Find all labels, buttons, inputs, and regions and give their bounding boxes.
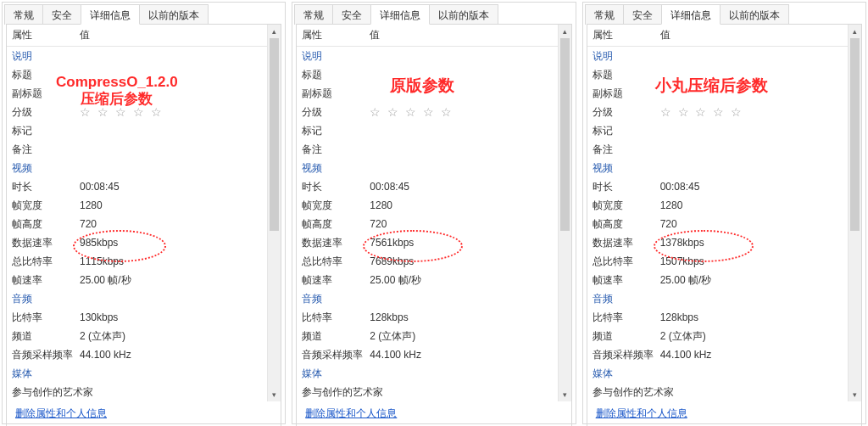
- section-video: 视频: [302, 160, 370, 176]
- header-value: 值: [660, 28, 856, 42]
- tab-bar: 常规 安全 详细信息 以前的版本: [294, 4, 575, 25]
- scroll-track[interactable]: [559, 38, 571, 388]
- rating-stars[interactable]: ☆ ☆ ☆ ☆ ☆: [370, 104, 565, 120]
- rating-stars[interactable]: ☆ ☆ ☆ ☆ ☆: [80, 104, 275, 120]
- label-title: 标题: [302, 67, 370, 82]
- scroll-thumb[interactable]: [560, 38, 570, 231]
- value-totalbitrate: 1507kbps: [660, 254, 856, 269]
- label-width: 帧宽度: [12, 198, 80, 213]
- label-tags: 标记: [12, 123, 80, 138]
- tab-previous[interactable]: 以前的版本: [720, 4, 789, 25]
- value-samplerate: 44.100 kHz: [80, 347, 275, 362]
- section-media: 媒体: [302, 366, 370, 381]
- scroll-thumb[interactable]: [270, 38, 279, 231]
- label-framerate: 帧速率: [12, 272, 80, 288]
- value-samplerate: 44.100 kHz: [660, 347, 856, 362]
- scroll-up-arrow-icon[interactable]: ▴: [559, 25, 571, 38]
- label-channels: 频道: [593, 328, 660, 344]
- value-framerate: 25.00 帧/秒: [370, 272, 565, 288]
- label-height: 帧高度: [12, 216, 80, 232]
- column-header: 属性 值: [7, 25, 281, 47]
- remove-properties-link[interactable]: 删除属性和个人信息: [596, 407, 687, 419]
- label-height: 帧高度: [593, 216, 660, 232]
- vertical-scrollbar[interactable]: ▴ ▾: [848, 25, 861, 401]
- label-subtitle: 副标题: [302, 86, 370, 101]
- remove-properties-link[interactable]: 删除属性和个人信息: [305, 407, 397, 419]
- label-tags: 标记: [593, 123, 660, 138]
- tab-security[interactable]: 安全: [332, 4, 371, 25]
- label-artists: 参与创作的艺术家: [593, 384, 703, 400]
- label-datarate: 数据速率: [12, 235, 80, 250]
- tab-previous[interactable]: 以前的版本: [429, 4, 498, 25]
- label-height: 帧高度: [302, 216, 370, 232]
- scroll-down-arrow-icon[interactable]: ▾: [268, 388, 281, 401]
- section-audio: 音频: [302, 291, 370, 306]
- tab-details[interactable]: 详细信息: [81, 4, 140, 25]
- value-datarate: 7561kbps: [370, 235, 565, 250]
- value-width: 1280: [370, 198, 565, 213]
- header-property: 属性: [302, 28, 370, 42]
- label-datarate: 数据速率: [593, 235, 660, 250]
- section-media: 媒体: [593, 366, 660, 381]
- value-width: 1280: [80, 198, 275, 213]
- section-audio: 音频: [12, 291, 80, 306]
- label-rating: 分级: [593, 104, 660, 120]
- scroll-down-arrow-icon[interactable]: ▾: [849, 388, 861, 401]
- label-channels: 频道: [12, 328, 80, 344]
- value-height: 720: [660, 216, 856, 232]
- label-duration: 时长: [12, 179, 80, 194]
- label-duration: 时长: [302, 179, 370, 194]
- value-bitrate: 128kbps: [660, 310, 856, 325]
- label-bitrate: 比特率: [12, 310, 80, 325]
- header-property: 属性: [593, 28, 660, 42]
- value-datarate: 985kbps: [80, 235, 275, 250]
- label-totalbitrate: 总比特率: [12, 254, 80, 269]
- tab-general[interactable]: 常规: [294, 4, 333, 25]
- label-notes: 备注: [12, 142, 80, 157]
- column-header: 属性 值: [297, 25, 570, 47]
- label-samplerate: 音频采样频率: [593, 347, 660, 362]
- label-totalbitrate: 总比特率: [302, 254, 370, 269]
- tab-details[interactable]: 详细信息: [370, 4, 430, 25]
- tab-security[interactable]: 安全: [623, 4, 662, 25]
- vertical-scrollbar[interactable]: ▴ ▾: [267, 25, 281, 401]
- scroll-down-arrow-icon[interactable]: ▾: [559, 388, 571, 401]
- rating-stars[interactable]: ☆ ☆ ☆ ☆ ☆: [660, 104, 856, 120]
- label-samplerate: 音频采样频率: [12, 347, 80, 362]
- tab-bar: 常规 安全 详细信息 以前的版本: [585, 4, 865, 25]
- scroll-track[interactable]: [268, 38, 281, 388]
- label-duration: 时长: [593, 179, 660, 194]
- tab-security[interactable]: 安全: [42, 4, 81, 25]
- tab-general[interactable]: 常规: [585, 4, 624, 25]
- value-duration: 00:08:45: [370, 179, 565, 194]
- value-channels: 2 (立体声): [660, 328, 856, 344]
- label-subtitle: 副标题: [12, 86, 80, 101]
- tab-general[interactable]: 常规: [4, 4, 43, 25]
- section-audio: 音频: [593, 291, 660, 306]
- section-description: 说明: [12, 48, 80, 64]
- label-notes: 备注: [593, 142, 660, 157]
- tab-details[interactable]: 详细信息: [661, 4, 721, 25]
- label-tags: 标记: [302, 123, 370, 138]
- tab-content: CompressO_1.2.0 压缩后参数 属性 值 说明 标题 副标题 分级☆…: [6, 24, 281, 426]
- scroll-thumb[interactable]: [850, 38, 860, 231]
- label-bitrate: 比特率: [302, 310, 370, 325]
- tab-previous[interactable]: 以前的版本: [139, 4, 209, 25]
- label-width: 帧宽度: [593, 198, 660, 213]
- section-video: 视频: [593, 160, 660, 176]
- value-duration: 00:08:45: [660, 179, 856, 194]
- value-totalbitrate: 7689kbps: [370, 254, 565, 269]
- tab-bar: 常规 安全 详细信息 以前的版本: [4, 4, 285, 25]
- scroll-up-arrow-icon[interactable]: ▴: [268, 25, 281, 38]
- value-duration: 00:08:45: [80, 179, 275, 194]
- properties-panel-0: 常规 安全 详细信息 以前的版本 CompressO_1.2.0 压缩后参数 属…: [2, 2, 286, 424]
- scroll-up-arrow-icon[interactable]: ▴: [849, 25, 861, 38]
- vertical-scrollbar[interactable]: ▴ ▾: [558, 25, 571, 401]
- label-title: 标题: [593, 67, 660, 82]
- remove-properties-link[interactable]: 删除属性和个人信息: [15, 407, 107, 419]
- label-channels: 频道: [302, 328, 370, 344]
- column-header: 属性 值: [587, 25, 861, 47]
- scroll-track[interactable]: [849, 38, 861, 388]
- label-artists: 参与创作的艺术家: [12, 384, 122, 400]
- value-channels: 2 (立体声): [370, 328, 565, 344]
